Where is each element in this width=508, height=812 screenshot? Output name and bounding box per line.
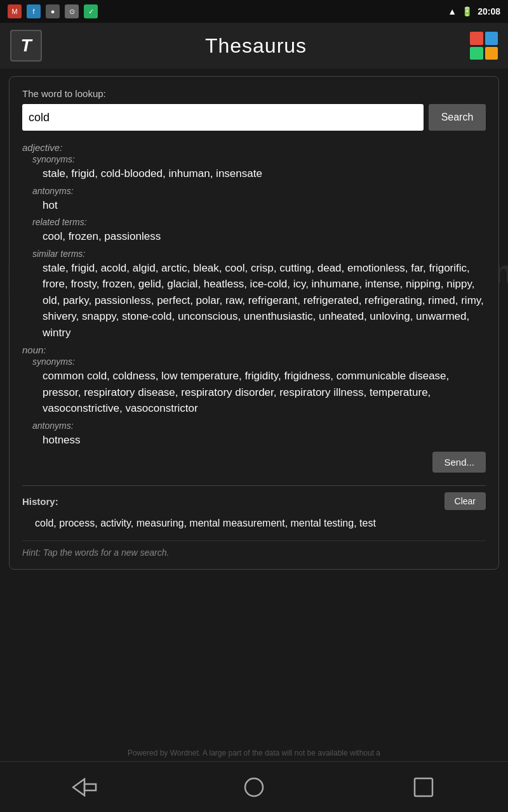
- adj-similar-text[interactable]: stale, frigid, acold, algid, arctic, ble…: [22, 260, 486, 341]
- noun-antonyms-text[interactable]: hotness: [22, 432, 486, 449]
- search-row: Search: [22, 104, 486, 131]
- main-card: The word to lookup: Search adjective: sy…: [9, 76, 499, 570]
- battery-icon: 🔋: [462, 6, 472, 16]
- send-button[interactable]: Send...: [432, 452, 486, 473]
- recents-button[interactable]: [404, 771, 443, 803]
- adj-antonyms-label: antonyms:: [22, 186, 486, 196]
- search-button[interactable]: Search: [429, 104, 486, 131]
- disclaimer-text: Powered by Wordnet. A large part of the …: [0, 746, 508, 760]
- noun-antonyms-label: antonyms:: [22, 421, 486, 431]
- camera-icon: ⊙: [65, 4, 79, 18]
- lookup-label: The word to lookup:: [22, 88, 486, 99]
- clear-button[interactable]: Clear: [444, 492, 486, 510]
- grid-icon[interactable]: [470, 32, 498, 60]
- adjective-label: adjective:: [22, 142, 486, 153]
- svg-rect-1: [84, 784, 96, 790]
- status-icons-left: M f ● ⊙ ✓: [8, 4, 98, 18]
- status-bar: M f ● ⊙ ✓ ▲ 🔋 20:08: [0, 0, 508, 23]
- send-row: Send...: [22, 452, 486, 479]
- wifi-icon: ▲: [448, 6, 457, 16]
- nav-bar: [0, 761, 508, 812]
- svg-point-2: [245, 778, 263, 796]
- status-icons-right: ▲ 🔋 20:08: [448, 6, 500, 16]
- history-header: History: Clear: [22, 492, 486, 510]
- noun-synonyms-label: synonyms:: [22, 357, 486, 367]
- noun-synonyms-text[interactable]: common cold, coldness, low temperature, …: [22, 368, 486, 417]
- clock: 20:08: [478, 6, 500, 16]
- app-title: Thesaurus: [205, 34, 307, 58]
- app-logo: T: [10, 30, 42, 62]
- search-input[interactable]: [22, 104, 424, 131]
- noun-section: noun: synonyms: common cold, coldness, l…: [22, 344, 486, 448]
- svg-marker-0: [73, 779, 84, 796]
- noun-label: noun:: [22, 344, 486, 355]
- facebook-icon: f: [27, 4, 41, 18]
- github-icon: ●: [46, 4, 60, 18]
- hint-text: Hint: Tap the words for a new search.: [22, 540, 486, 558]
- history-label: History:: [22, 496, 58, 507]
- adj-related-label: related terms:: [22, 217, 486, 227]
- check-icon: ✓: [84, 4, 98, 18]
- adjective-section: adjective: synonyms: stale, frigid, cold…: [22, 142, 486, 341]
- adj-synonyms-label: synonyms:: [22, 154, 486, 164]
- adj-related-text[interactable]: cool, frozen, passionless: [22, 228, 486, 245]
- gmail-icon: M: [8, 4, 22, 18]
- adj-synonyms-text[interactable]: stale, frigid, cold-blooded, inhuman, in…: [22, 166, 486, 182]
- title-bar: T Thesaurus: [0, 23, 508, 69]
- history-section: History: Clear cold, process, activity, …: [22, 485, 486, 532]
- adj-similar-label: similar terms:: [22, 249, 486, 259]
- adj-antonyms-text[interactable]: hot: [22, 197, 486, 214]
- back-button[interactable]: [65, 771, 104, 803]
- history-items[interactable]: cold, process, activity, measuring, ment…: [22, 515, 486, 532]
- home-button[interactable]: [235, 771, 273, 803]
- svg-rect-3: [415, 778, 432, 796]
